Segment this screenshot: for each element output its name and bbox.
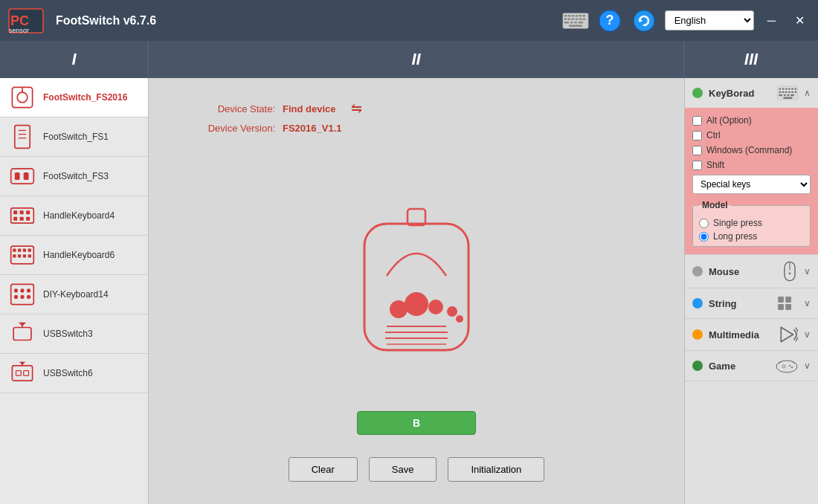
mouse-chevron: ∨: [804, 266, 811, 277]
sidebar-item-hk4[interactable]: HandleKeyboard4: [0, 196, 148, 236]
svg-rect-102: [785, 304, 791, 310]
shift-label[interactable]: Shift: [706, 160, 724, 170]
keyboard-indicator: [692, 88, 703, 98]
shift-checkbox[interactable]: [692, 161, 702, 170]
device-state-row: Device State: Find device ⇋: [186, 100, 647, 117]
special-keys-select[interactable]: Special keys F1F2F3 EnterEscape: [692, 175, 811, 194]
device-icon-hk6: [9, 242, 36, 268]
usb-icon: ⇋: [351, 100, 362, 117]
svg-point-26: [17, 92, 28, 103]
windows-checkbox-row: Windows (Command): [692, 145, 811, 155]
svg-rect-58: [13, 328, 31, 340]
ctrl-label[interactable]: Ctrl: [706, 130, 721, 140]
save-button[interactable]: Save: [369, 457, 437, 482]
mouse-section-header[interactable]: Mouse ∨: [685, 255, 818, 288]
svg-text:PC: PC: [10, 13, 29, 28]
svg-rect-49: [23, 254, 26, 257]
device-icon-diy14: [9, 281, 36, 308]
svg-rect-8: [579, 14, 582, 16]
sidebar-item-fs1[interactable]: FootSwitch_FS1: [0, 117, 148, 157]
svg-rect-87: [785, 91, 788, 93]
svg-rect-79: [779, 88, 781, 89]
device-icon-fs2016: [9, 84, 36, 111]
svg-rect-9: [582, 14, 585, 16]
device-name-hk6: HandleKeyboard6: [43, 250, 115, 260]
language-select[interactable]: English Chinese Japanese German: [665, 10, 754, 30]
svg-rect-38: [26, 210, 30, 214]
svg-rect-28: [15, 126, 30, 149]
svg-rect-90: [794, 91, 796, 93]
svg-rect-45: [23, 249, 26, 252]
initialization-button[interactable]: Initialization: [448, 457, 544, 482]
sidebar-item-diy14[interactable]: DIY-Keyboard14: [0, 275, 148, 314]
long-press-radio[interactable]: [699, 232, 709, 242]
col1-label: I: [71, 50, 76, 69]
svg-point-104: [776, 361, 797, 372]
svg-rect-7: [575, 14, 578, 16]
game-chevron: ∨: [804, 361, 811, 371]
svg-rect-92: [784, 94, 786, 96]
device-version-row: Device Version: FS2016_V1.1: [186, 123, 647, 134]
svg-rect-89: [791, 91, 793, 93]
keyboard-icon[interactable]: [562, 7, 589, 34]
device-name-fs1: FootSwitch_FS1: [43, 132, 109, 142]
col3-header: III: [684, 41, 818, 78]
col2-header: II: [149, 41, 684, 78]
sidebar-item-usb3[interactable]: USBSwitch3: [0, 314, 148, 354]
svg-point-57: [27, 295, 30, 299]
svg-marker-60: [19, 323, 26, 326]
sidebar-item-fs2016[interactable]: FootSwitch_FS2016: [0, 78, 148, 117]
svg-rect-46: [28, 249, 31, 252]
svg-point-55: [14, 295, 18, 299]
multimedia-section: Multimedia ∨: [685, 319, 818, 351]
svg-point-52: [14, 288, 18, 292]
device-illustration: [342, 147, 491, 411]
string-icon: [777, 294, 798, 312]
svg-rect-86: [782, 91, 785, 93]
keyboard-section-icon: [777, 85, 798, 100]
windows-label[interactable]: Windows (Command): [706, 145, 792, 155]
svg-rect-39: [13, 217, 17, 221]
device-icon-fs3: [9, 163, 36, 190]
model-legend: Model: [699, 200, 731, 210]
device-name-fs2016: FootSwitch_FS2016: [43, 92, 127, 103]
titlebar-right: ? English Chinese Japanese German ─ ✕: [562, 7, 811, 34]
ctrl-checkbox[interactable]: [692, 131, 702, 140]
svg-rect-84: [794, 88, 796, 89]
multimedia-section-header[interactable]: Multimedia ∨: [685, 319, 818, 350]
string-label: String: [709, 298, 771, 309]
single-press-label[interactable]: Single press: [713, 218, 762, 228]
keyboard-section-header[interactable]: KeyBorad: [685, 78, 818, 108]
svg-rect-17: [570, 21, 573, 23]
svg-point-107: [791, 366, 793, 368]
svg-rect-35: [11, 208, 34, 223]
minimize-button[interactable]: ─: [761, 11, 782, 30]
long-press-label[interactable]: Long press: [713, 231, 757, 242]
sidebar-item-usb6[interactable]: USBSwitch6: [0, 354, 148, 393]
windows-checkbox[interactable]: [692, 146, 702, 155]
help-button[interactable]: ?: [596, 7, 623, 34]
app-title: FootSwitch v6.7.6: [56, 14, 156, 28]
string-section-header[interactable]: String ∨: [685, 288, 818, 318]
help-icon: ?: [598, 9, 622, 33]
device-icon-hk4: [9, 202, 36, 229]
close-button[interactable]: ✕: [789, 10, 811, 30]
refresh-button[interactable]: [631, 7, 657, 34]
alt-label[interactable]: Alt (Option): [706, 115, 752, 126]
clear-button[interactable]: Clear: [289, 457, 358, 482]
multimedia-label: Multimedia: [709, 329, 773, 340]
single-press-radio[interactable]: [699, 219, 709, 228]
svg-text:sensor: sensor: [9, 27, 29, 34]
titlebar: PC sensor FootSwitch v6.7.6: [0, 0, 818, 41]
keyboard-section: KeyBorad: [685, 78, 818, 255]
sidebar-item-hk6[interactable]: HandleKeyboard6: [0, 236, 148, 275]
svg-rect-14: [579, 18, 582, 20]
device-name-hk4: HandleKeyboard4: [43, 210, 115, 221]
svg-point-70: [405, 292, 428, 316]
device-name-usb6: USBSwitch6: [43, 368, 93, 378]
svg-rect-100: [785, 297, 791, 303]
center-buttons: Clear Save Initialization: [281, 450, 553, 489]
sidebar-item-fs3[interactable]: FootSwitch_FS3: [0, 157, 148, 196]
game-section-header[interactable]: Game ∨: [685, 351, 818, 381]
alt-checkbox[interactable]: [692, 116, 702, 126]
